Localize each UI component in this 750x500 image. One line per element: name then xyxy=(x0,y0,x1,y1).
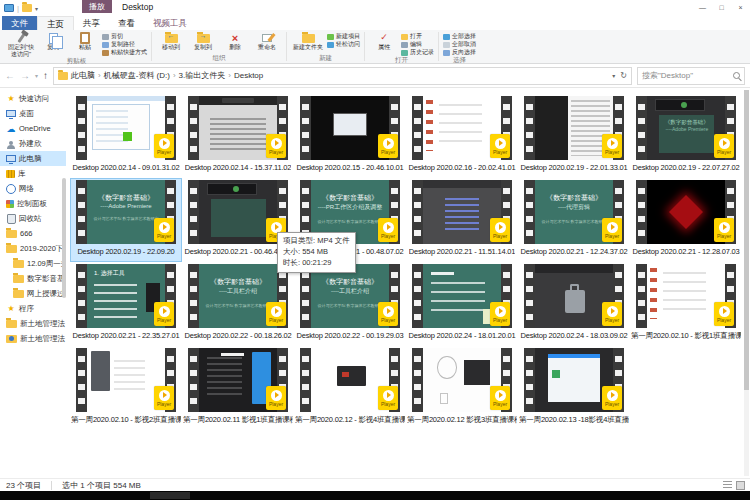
file-item[interactable]: PlayerDesktop 2020.02.15 - 20.46.10.01 xyxy=(294,94,406,178)
sidebar-item-孙建欣[interactable]: 孙建欣 xyxy=(0,136,66,151)
file-item[interactable]: 《数字影音基础》----代理剪辑设计与艺术学院 数字媒体艺术教研室PlayerD… xyxy=(518,178,630,262)
tab-share[interactable]: 共享 xyxy=(74,16,109,30)
details-view-icon[interactable] xyxy=(723,481,732,490)
filmstrip-frame: Player xyxy=(412,348,512,412)
breadcrumb-segment[interactable]: 此电脑 xyxy=(71,70,95,81)
sidebar-item-新土地管理法[interactable]: 新土地管理法 xyxy=(0,316,66,331)
pin-to-quick-access-button[interactable]: 固定到"快速访问" xyxy=(6,32,36,57)
edit-button[interactable]: 编辑 xyxy=(401,41,434,48)
file-item[interactable]: PlayerDesktop 2020.02.16 - 20.02.41.01 xyxy=(406,94,518,178)
tab-home[interactable]: 主页 xyxy=(37,16,74,30)
file-item[interactable]: Player第一周2020.02.13 -18影视4班直播课程全 xyxy=(518,346,630,430)
file-item[interactable]: PlayerDesktop 2020.02.14 - 09.01.31.02 xyxy=(70,94,182,178)
folder-icon[interactable] xyxy=(22,4,32,12)
paste-shortcut-button[interactable]: 粘贴快捷方式 xyxy=(102,49,147,56)
file-item[interactable]: 《数字影音基础》----Adobe Premiere设计与艺术学院 数字媒体艺术… xyxy=(70,178,182,262)
sidebar-item-12.09周一交[interactable]: 12.09周一交 xyxy=(0,256,66,271)
tab-file[interactable]: 文件 xyxy=(2,16,37,30)
file-item[interactable]: Player第一周2020.02.10 - 影视1班直播课程上 xyxy=(630,262,742,346)
player-badge-icon: Player xyxy=(378,386,398,410)
refresh-icon[interactable]: ↻ xyxy=(620,71,627,80)
up-icon[interactable]: ↑ xyxy=(43,70,48,81)
select-all-button[interactable]: 全部选择 xyxy=(443,33,476,40)
file-item[interactable]: 《数字影音基础》----Adobe PremierePlayerDesktop … xyxy=(630,94,742,178)
move-to-button[interactable]: ← 移动到 xyxy=(156,32,186,51)
sidebar-item-程序[interactable]: ★程序 xyxy=(0,301,66,316)
sidebar-item-库[interactable]: 库 xyxy=(0,166,66,181)
taskbar[interactable] xyxy=(0,491,750,500)
breadcrumb-segment[interactable]: Desktop xyxy=(234,71,263,80)
tab-video-tools[interactable]: 视频工具 xyxy=(144,16,196,30)
content-scrollbar[interactable] xyxy=(744,90,749,476)
sidebar-item-快速访问[interactable]: ★快速访问 xyxy=(0,91,66,106)
sidebar-item-新土地管理法 (2)[interactable]: 新土地管理法 (2) xyxy=(0,331,66,346)
sidebar-item-控制面板[interactable]: 控制面板 xyxy=(0,196,66,211)
cut-button[interactable]: 剪切 xyxy=(102,33,147,40)
search-input[interactable]: 搜索"Desktop" xyxy=(637,67,745,85)
copy-path-button[interactable]: 复制路径 xyxy=(102,41,147,48)
breadcrumb-segment[interactable]: 3.输出文件夹 xyxy=(179,70,226,81)
open-button[interactable]: 打开 xyxy=(401,33,434,40)
file-item[interactable]: Player第一周2020.02.12 - 影视4班直播课程全 xyxy=(294,346,406,430)
copy-button[interactable]: 复制 xyxy=(38,32,68,51)
breadcrumb-separator-icon[interactable]: › xyxy=(98,71,101,80)
player-badge-icon: Player xyxy=(602,218,622,242)
file-item[interactable]: PlayerDesktop 2020.02.19 - 22.01.33.01 xyxy=(518,94,630,178)
player-badge-icon: Player xyxy=(266,302,286,326)
sidebar-item-此电脑[interactable]: 此电脑 xyxy=(0,151,66,166)
file-item[interactable]: 1. 选择工具PlayerDesktop 2020.02.21 - 22.35.… xyxy=(70,262,182,346)
breadcrumb[interactable]: 此电脑›机械硬盘-资料 (D:)›3.输出文件夹›Desktop ▾ ↻ xyxy=(53,67,632,85)
sidebar-item-OneDrive[interactable]: ☁OneDrive xyxy=(0,121,66,136)
sidebar-item-数字影音基础相关[interactable]: 数字影音基础相关 xyxy=(0,271,66,286)
delete-button[interactable]: × 删除 xyxy=(220,32,250,51)
file-item[interactable]: Player第一周2020.02.12 影视3班直播课程上 xyxy=(406,346,518,430)
sidebar-item-网络[interactable]: 网络 xyxy=(0,181,66,196)
close-button[interactable]: × xyxy=(731,0,750,14)
maximize-button[interactable]: □ xyxy=(712,0,731,14)
properties-label: 属性 xyxy=(378,44,390,51)
ribbon-group-new: 新建文件夹 新建项目 轻松访问 新建 xyxy=(287,30,364,63)
back-icon[interactable]: ← xyxy=(5,70,15,81)
breadcrumb-separator-icon[interactable]: › xyxy=(173,71,176,80)
rename-button[interactable]: 重命名 xyxy=(252,32,282,51)
paste-button[interactable]: 粘贴 xyxy=(70,32,100,51)
file-item[interactable]: PlayerDesktop 2020.02.21 - 12.28.07.03 xyxy=(630,178,742,262)
sidebar-item-2019-2020下学期继[interactable]: 2019-2020下学期继 xyxy=(0,241,66,256)
sidebar-item-网上授课过程存留[interactable]: 网上授课过程存留 xyxy=(0,286,66,301)
sidebar-item-回收站[interactable]: 回收站 xyxy=(0,211,66,226)
breadcrumb-segment[interactable]: 机械硬盘-资料 (D:) xyxy=(104,70,170,81)
recent-locations-chevron-icon[interactable]: ▾ xyxy=(35,72,38,79)
history-button[interactable]: 历史记录 xyxy=(401,49,434,56)
easy-access-button[interactable]: 轻松访问 xyxy=(327,41,360,48)
thumbnails-view-icon[interactable] xyxy=(736,481,745,490)
properties-button[interactable]: ✓ 属性 xyxy=(369,32,399,51)
player-badge-icon: Player xyxy=(154,386,174,410)
group-label-open: 打开 xyxy=(365,56,438,64)
forward-icon[interactable]: → xyxy=(20,70,30,81)
taskbar-app[interactable] xyxy=(150,492,190,499)
file-item[interactable]: 《数字影音基础》----工具栏介绍设计与艺术学院 数字媒体艺术教研室Player… xyxy=(294,262,406,346)
sidebar-item-666[interactable]: 666 xyxy=(0,226,66,241)
invert-selection-button[interactable]: 反向选择 xyxy=(443,49,476,56)
select-none-button[interactable]: 全部取消 xyxy=(443,41,476,48)
address-dropdown-icon[interactable]: ▾ xyxy=(612,72,615,79)
customize-qat-chevron-icon[interactable]: ▾ xyxy=(35,5,38,12)
file-item[interactable]: PlayerDesktop 2020.02.24 - 18.03.09.02 xyxy=(518,262,630,346)
sidebar-item-桌面[interactable]: 桌面 xyxy=(0,106,66,121)
filmstrip-frame: 《数字影音基础》----工具栏介绍设计与艺术学院 数字媒体艺术教研室Player xyxy=(188,264,288,328)
file-name: 第一周2020.02.10 - 影视1班直播课程上 xyxy=(631,331,741,341)
file-item[interactable]: PlayerDesktop 2020.02.24 - 18.01.20.01 xyxy=(406,262,518,346)
file-item[interactable]: Player第一周2020.02.10 - 影视2班直播课程全 xyxy=(70,346,182,430)
file-item[interactable]: PlayerDesktop 2020.02.14 - 15.37.11.02 xyxy=(182,94,294,178)
contextual-tab-header[interactable]: 播放 xyxy=(82,0,112,13)
breadcrumb-separator-icon[interactable]: › xyxy=(228,71,231,80)
new-folder-button[interactable]: 新建文件夹 xyxy=(291,32,325,51)
file-name: Desktop 2020.02.21 - 11.51.14.01 xyxy=(409,247,515,256)
file-item[interactable]: PlayerDesktop 2020.02.21 - 11.51.14.01 xyxy=(406,178,518,262)
minimize-button[interactable]: — xyxy=(693,0,712,14)
new-item-button[interactable]: 新建项目 xyxy=(327,33,360,40)
copy-to-button[interactable]: → 复制到 xyxy=(188,32,218,51)
tab-view[interactable]: 查看 xyxy=(109,16,144,30)
file-item[interactable]: 《数字影音基础》----工具栏介绍设计与艺术学院 数字媒体艺术教研室Player… xyxy=(182,262,294,346)
file-item[interactable]: Player第一周2020.02.11 影视1班直播课程下 xyxy=(182,346,294,430)
